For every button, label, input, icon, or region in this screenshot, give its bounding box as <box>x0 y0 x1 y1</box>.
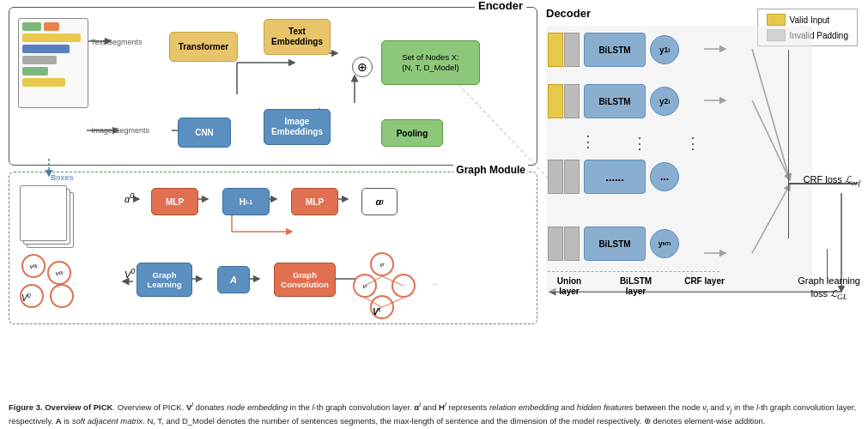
encoder-box: Encoder Text Segments Transformer TextEm… <box>9 7 537 166</box>
decoder-label: Decoder <box>546 7 591 20</box>
ellipsis-y: ... <box>650 162 679 191</box>
image-embeddings-box: ImageEmbeddings <box>264 109 331 145</box>
graph-module-box: Graph Module Boxes v0j v0i V0 α0 V0 M <box>9 172 537 324</box>
image-segments-label: Image Segments <box>91 126 149 135</box>
union-layer-label: Unionlayer <box>548 276 591 297</box>
svg-line-35 <box>382 276 404 286</box>
graph-loss-label: Graph learningloss ℒGL <box>798 275 860 303</box>
bilstm-1: BiLSTM <box>584 33 646 67</box>
decoder-row-1: BiLSTM y1i <box>548 33 679 67</box>
pooling-box: Pooling <box>381 119 443 147</box>
main-container: Encoder Text Segments Transformer TextEm… <box>0 0 868 429</box>
svg-line-34 <box>365 276 382 286</box>
boxes-label: Boxes <box>51 172 73 182</box>
a-box: A <box>217 266 250 293</box>
svg-line-37 <box>382 298 404 307</box>
figure-caption: Figure 3. Overview of PICK. Overview of … <box>9 400 859 427</box>
output-nodes: vt vt Vt <box>349 248 426 317</box>
alpha-out-box: αl <box>361 188 398 215</box>
h-box: Hl-1 <box>222 188 270 215</box>
bilstm-2: BiLSTM <box>584 84 646 118</box>
decoder-row-2: BiLSTM y2i <box>548 84 679 118</box>
y1-circle: y1i <box>650 35 679 64</box>
text-segments-label: Text Segments <box>91 38 143 46</box>
decoder-row-3: ...... ... <box>548 160 679 194</box>
graph-module-label: Graph Module <box>453 164 528 176</box>
mlp-box-2: MLP <box>291 188 338 215</box>
yNT-circle: yNTi <box>650 229 679 258</box>
bilstm-layer-label: BiLSTMlayer <box>606 276 666 297</box>
col-labels: Unionlayer BiLSTMlayer CRF layer <box>548 276 728 297</box>
y2-circle: y2i <box>650 87 679 116</box>
plus-circle: ⊕ <box>352 57 373 77</box>
encoder-label: Encoder <box>475 0 526 12</box>
graph-conv-box: GraphConvolution <box>274 263 336 297</box>
nodes-set-box: Set of Nodes X:(N, T, D_Model) <box>381 40 480 85</box>
crf-loss-label: CRF loss ℒcrf <box>804 174 860 187</box>
transformer-box: Transformer <box>169 32 238 62</box>
decoder-row-4: BiLSTM yNTi <box>548 227 679 261</box>
decoder-section: Decoder Valid Input Invalid Padding BiLS… <box>546 7 862 333</box>
ellipsis-bilstm: ...... <box>584 160 646 194</box>
node-connections <box>349 248 426 317</box>
bilstm-nt: BiLSTM <box>584 227 646 261</box>
doc-thumbnail <box>18 18 88 108</box>
crf-layer-label: CRF layer <box>681 276 728 297</box>
graph-learning-box: GraphLearning <box>137 263 192 297</box>
text-embeddings-box: TextEmbeddings <box>264 19 331 55</box>
cnn-box: CNN <box>178 118 231 148</box>
legend-valid: Valid Input <box>767 14 848 26</box>
dots-row: ⋮ <box>580 134 596 149</box>
mlp-box-1: MLP <box>151 188 198 215</box>
